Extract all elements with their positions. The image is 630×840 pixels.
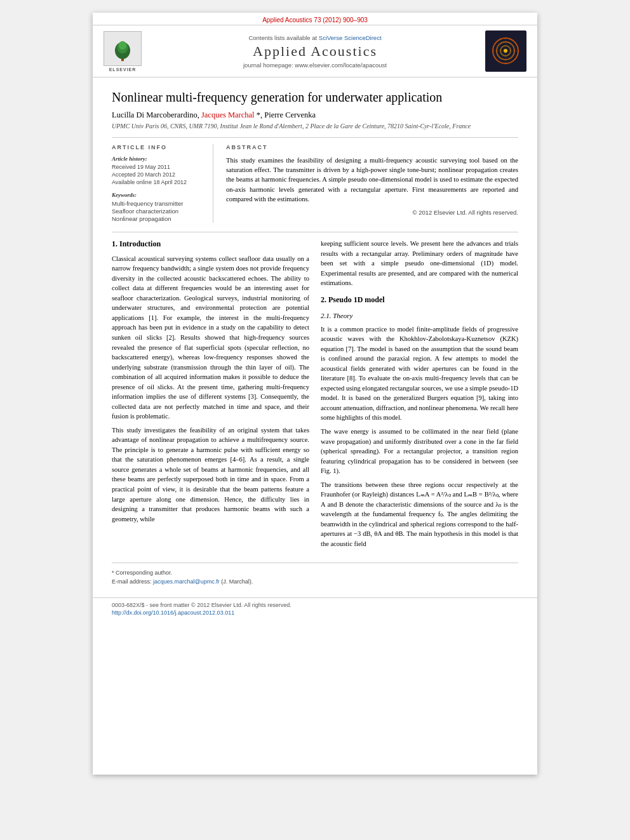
sciverse-text: Contents lists available at (248, 34, 318, 41)
article-info: ARTICLE INFO Article history: Received 1… (112, 144, 213, 223)
elsevier-label: ELSEVIER (109, 67, 137, 72)
author-names: Lucilla Di Marcoberardino, Jacques March… (112, 110, 316, 119)
article-info-title: ARTICLE INFO (112, 144, 204, 150)
journal-citation: Applied Acoustics 73 (2012) 900–903 (93, 13, 537, 25)
divider-1 (112, 137, 518, 138)
homepage-label: journal homepage: (243, 62, 295, 69)
article-meta-section: ARTICLE INFO Article history: Received 1… (112, 144, 518, 223)
accepted-date: Accepted 20 March 2012 (112, 171, 204, 178)
section2-para-1: It is a common practice to model finite-… (321, 324, 518, 423)
email-value: jacques.marchal@upmc.fr (153, 578, 220, 585)
left-column: 1. Introduction Classical acoustical sur… (112, 239, 309, 552)
article-footer: 0003-682X/$ - see front matter © 2012 El… (93, 597, 537, 620)
abstract-text: This study examines the feasibility of d… (226, 156, 518, 204)
keyword-3: Nonlinear propagation (112, 215, 204, 222)
sciverse-link[interactable]: SciVerse ScienceDirect (319, 34, 382, 41)
abstract-title: ABSTRACT (226, 144, 518, 150)
journal-title: Applied Acoustics (151, 43, 479, 60)
keywords-label: Keywords: (112, 192, 204, 198)
elsevier-logo (104, 31, 142, 66)
section2-para-2: The wave energy is assumed to be collima… (321, 427, 518, 476)
journal-homepage: journal homepage: www.elsevier.com/locat… (151, 62, 479, 69)
journal-header: ELSEVIER Contents lists available at Sci… (93, 25, 537, 77)
doi-link[interactable]: http://dx.doi.org/10.1016/j.apacoust.201… (112, 610, 518, 616)
article-body: Nonlinear multi-frequency generation for… (93, 77, 537, 597)
keyword-2: Seafloor characterization (112, 208, 204, 215)
two-column-body: 1. Introduction Classical acoustical sur… (112, 239, 518, 552)
article-title: Nonlinear multi-frequency generation for… (112, 89, 518, 105)
issn-note: 0003-682X/$ - see front matter © 2012 El… (112, 602, 518, 608)
elsevier-tree-icon (110, 41, 135, 63)
right-column: keeping sufficient source levels. We pre… (321, 239, 518, 552)
journal-cover-image (485, 30, 526, 72)
keyword-1: Multi-frequency transmitter (112, 200, 204, 207)
svg-point-3 (119, 41, 126, 49)
copyright-line: © 2012 Elsevier Ltd. All rights reserved… (226, 209, 518, 216)
homepage-url: www.elsevier.com/locate/apacoust (295, 62, 387, 69)
received-date: Received 19 May 2011 (112, 164, 204, 170)
article-page: Applied Acoustics 73 (2012) 900–903 ELSE… (93, 13, 537, 775)
divider-2 (112, 232, 518, 232)
email-label: E-mail address: (112, 578, 153, 585)
journal-citation-text: Applied Acoustics 73 (2012) 900–903 (262, 17, 368, 23)
article-affiliation: UPMC Univ Paris 06, CNRS, UMR 7190, Inst… (112, 123, 518, 130)
intro-para-1: Classical acoustical surveying systems c… (112, 254, 309, 422)
intro-cont-para: keeping sufficient source levels. We pre… (321, 239, 518, 288)
email-suffix: (J. Marchal). (221, 578, 253, 585)
section-2-heading: 2. Pseudo 1D model (321, 295, 518, 306)
section2-para-3: The transitions between these three regi… (321, 480, 518, 549)
section-1-heading: 1. Introduction (112, 239, 309, 250)
available-date: Available online 18 April 2012 (112, 179, 204, 185)
journal-right-logo (485, 30, 530, 72)
corresponding-author-note: * Corresponding author. (112, 570, 518, 576)
cover-image-icon (485, 30, 526, 72)
section-2-1-heading: 2.1. Theory (321, 310, 518, 321)
journal-center: Contents lists available at SciVerse Sci… (151, 34, 479, 69)
asterisk-note: * Corresponding author. (112, 570, 172, 576)
intro-para-2: This study investigates the feasibility … (112, 425, 309, 524)
sciverse-line: Contents lists available at SciVerse Sci… (151, 34, 479, 41)
history-label: Article history: (112, 156, 204, 162)
email-note: E-mail address: jacques.marchal@upmc.fr … (112, 578, 518, 585)
article-authors: Lucilla Di Marcoberardino, Jacques March… (112, 110, 518, 120)
elsevier-logo-section: ELSEVIER (100, 31, 145, 72)
abstract-section: ABSTRACT This study examines the feasibi… (226, 144, 518, 223)
